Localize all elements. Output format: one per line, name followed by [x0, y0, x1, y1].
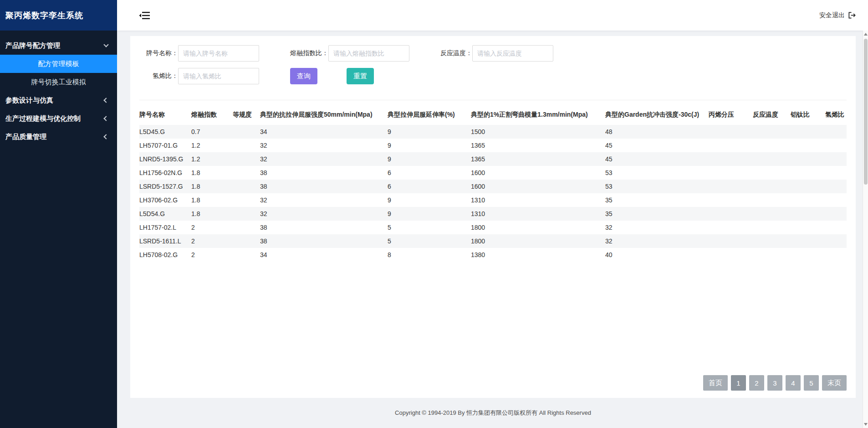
- sidebar-item-label: 产品牌号配方管理: [5, 41, 60, 50]
- table-cell: [825, 221, 847, 234]
- column-header: 氢烯比: [825, 105, 847, 125]
- table-cell: 1.2: [191, 139, 233, 152]
- table-cell: LH5708-02.G: [139, 248, 191, 262]
- scrollbar[interactable]: [863, 31, 868, 428]
- table-row: L5D54.G1.8329131035: [139, 207, 847, 221]
- table-cell: [709, 193, 753, 207]
- table-cell: 45: [605, 152, 709, 166]
- table-cell: [825, 248, 847, 262]
- table-cell: 1.8: [191, 193, 233, 207]
- pagination-page-5[interactable]: 5: [804, 375, 819, 391]
- table-cell: 1310: [471, 193, 605, 207]
- reset-button[interactable]: 重置: [347, 68, 374, 84]
- table-cell: LSRD5-1527.G: [139, 180, 191, 193]
- table-cell: [709, 248, 753, 262]
- table-cell: [709, 180, 753, 193]
- pagination-page-4[interactable]: 4: [786, 375, 801, 391]
- table-cell: 1380: [471, 248, 605, 262]
- table-row: LSRD5-1527.G1.8386160053: [139, 180, 847, 193]
- field-brand-name: 牌号名称：: [139, 45, 259, 62]
- table-row: LH1756-02N.G1.8386160053: [139, 166, 847, 180]
- table-cell: [233, 234, 260, 248]
- sidebar: 聚丙烯数字孪生系统 产品牌号配方管理配方管理模板牌号切换工业模拟参数设计与仿真生…: [0, 0, 117, 428]
- scroll-down-icon[interactable]: [864, 423, 868, 426]
- reaction-temperature-input[interactable]: [472, 45, 553, 62]
- table-cell: [753, 125, 791, 139]
- table-cell: [791, 234, 825, 248]
- table-cell: 1600: [471, 180, 605, 193]
- logout-button[interactable]: 安全退出: [819, 11, 856, 20]
- sidebar-item[interactable]: 参数设计与仿真: [0, 91, 117, 109]
- sidebar-subitem[interactable]: 配方管理模板: [0, 55, 117, 73]
- table-cell: [709, 221, 753, 234]
- pagination-last-button[interactable]: 末页: [822, 375, 847, 391]
- sidebar-item[interactable]: 生产过程建模与优化控制: [0, 109, 117, 128]
- table-cell: [753, 166, 791, 180]
- chevron-left-icon: [103, 134, 108, 139]
- table-cell: 34: [260, 248, 388, 262]
- table-row: LNRD5-1395.G1.2329136545: [139, 152, 847, 166]
- pagination: 首页12345末页: [139, 371, 847, 393]
- table-cell: 53: [605, 180, 709, 193]
- table-cell: 9: [388, 193, 471, 207]
- pagination-page-3[interactable]: 3: [767, 375, 782, 391]
- table-cell: 32: [260, 193, 388, 207]
- field-melt-index-ratio: 熔融指数比：: [290, 45, 409, 62]
- hydrogen-ratio-input[interactable]: [178, 68, 259, 84]
- table-cell: [753, 180, 791, 193]
- table-cell: [753, 207, 791, 221]
- sidebar-item[interactable]: 产品质量管理: [0, 128, 117, 146]
- table-cell: 1600: [471, 166, 605, 180]
- table-cell: 48: [605, 125, 709, 139]
- table-cell: 5: [388, 221, 471, 234]
- column-header: 丙烯分压: [709, 105, 753, 125]
- table-cell: 2: [191, 221, 233, 234]
- table-cell: L5D54.G: [139, 207, 191, 221]
- column-header: 典型的1%正割弯曲模量1.3mm/min(Mpa): [471, 105, 605, 125]
- table-cell: 1.2: [191, 152, 233, 166]
- logout-label: 安全退出: [819, 11, 845, 20]
- table-cell: [233, 193, 260, 207]
- table-cell: [233, 125, 260, 139]
- sidebar-collapse-button[interactable]: [139, 10, 151, 21]
- brand-name-input[interactable]: [178, 45, 259, 62]
- table-cell: [825, 166, 847, 180]
- pagination-first-button[interactable]: 首页: [703, 375, 728, 391]
- topbar: 安全退出: [117, 0, 868, 31]
- table-cell: [791, 248, 825, 262]
- column-header: 铝钛比: [791, 105, 825, 125]
- melt-index-ratio-input[interactable]: [328, 45, 409, 62]
- table-cell: 40: [605, 248, 709, 262]
- table-cell: [791, 180, 825, 193]
- table-cell: 2: [191, 248, 233, 262]
- copyright-text: Copyright © 1994-2019 By 恒力集团有限公司版权所有 Al…: [395, 409, 591, 417]
- table-cell: [753, 221, 791, 234]
- results-table: 牌号名称熔融指数等规度典型的抗拉伸屈服强度50mm/min(Mpa)典型拉伸屈服…: [139, 105, 847, 262]
- sidebar-item-label: 生产过程建模与优化控制: [5, 114, 81, 123]
- table-cell: [825, 207, 847, 221]
- pagination-page-1[interactable]: 1: [731, 375, 746, 391]
- table-cell: 9: [388, 207, 471, 221]
- app-title: 聚丙烯数字孪生系统: [0, 0, 117, 31]
- table-cell: [791, 125, 825, 139]
- table-cell: [709, 234, 753, 248]
- scrollbar-thumb[interactable]: [864, 39, 868, 185]
- table-cell: 2: [191, 234, 233, 248]
- table-cell: 1.8: [191, 166, 233, 180]
- sidebar-item-label: 产品质量管理: [5, 133, 46, 141]
- query-button[interactable]: 查询: [290, 68, 317, 84]
- table-cell: 35: [605, 207, 709, 221]
- table-cell: [791, 166, 825, 180]
- table-cell: [825, 139, 847, 152]
- sidebar-subitem[interactable]: 牌号切换工业模拟: [0, 73, 117, 91]
- column-header: 典型的Garden抗冲击强度-30c(J): [605, 105, 709, 125]
- sidebar-item[interactable]: 产品牌号配方管理: [0, 36, 117, 55]
- table-cell: 9: [388, 139, 471, 152]
- pagination-page-2[interactable]: 2: [749, 375, 764, 391]
- table-cell: LNRD5-1395.G: [139, 152, 191, 166]
- table-cell: [233, 139, 260, 152]
- table-cell: 45: [605, 139, 709, 152]
- scroll-up-icon[interactable]: [864, 33, 868, 36]
- table-cell: [709, 207, 753, 221]
- table-cell: [791, 221, 825, 234]
